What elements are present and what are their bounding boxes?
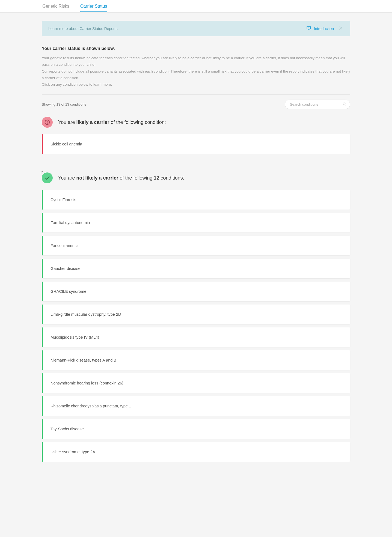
close-icon[interactable] (338, 26, 344, 31)
warning-icon (42, 117, 53, 128)
search-input[interactable] (285, 100, 350, 109)
section-likely-text: You are likely a carrier of the followin… (58, 120, 166, 125)
condition-card[interactable]: Familial dysautonomia (42, 213, 350, 232)
condition-card[interactable]: Fanconi anemia (42, 236, 350, 255)
condition-card[interactable]: Nonsyndromic hearing loss (connexin 26) (42, 373, 350, 393)
list-header: Showing 13 of 13 conditions (42, 100, 350, 109)
info-banner: Learn more about Carrier Status Reports … (42, 21, 350, 36)
description-p2: Our reports do not include all possible … (42, 68, 350, 82)
description-title: Your carrier status is shown below. (42, 46, 350, 51)
description-block: Your carrier status is shown below. Your… (42, 46, 350, 88)
section-notlikely-text: You are not likely a carrier of the foll… (58, 175, 184, 181)
tab-carrier-status[interactable]: Carrier Status (80, 0, 107, 12)
introduction-label: Introduction (314, 26, 334, 31)
section-likely-heading: You are likely a carrier of the followin… (42, 117, 350, 128)
svg-point-3 (47, 124, 47, 124)
checkmark-icon (42, 172, 53, 183)
likely-conditions-list: Sickle cell anemia (42, 134, 350, 154)
tab-genetic-risks[interactable]: Genetic Risks (42, 0, 69, 12)
condition-card[interactable]: Niemann-Pick disease, types A and B (42, 350, 350, 370)
condition-card[interactable]: Gaucher disease (42, 259, 350, 278)
condition-card[interactable]: Cystic Fibrosis (42, 190, 350, 210)
description-p3: Click on any condition below to learn mo… (42, 81, 350, 88)
condition-card[interactable]: Limb-girdle muscular dystrophy, type 2D (42, 305, 350, 324)
notlikely-conditions-list: Cystic FibrosisFamilial dysautonomiaFanc… (42, 190, 350, 462)
divider (42, 94, 350, 95)
section-notlikely-heading: You are not likely a carrier of the foll… (42, 172, 350, 183)
condition-card[interactable]: GRACILE syndrome (42, 282, 350, 301)
presentation-icon (306, 26, 311, 31)
condition-card[interactable]: Sickle cell anemia (42, 134, 350, 154)
search-wrap (285, 100, 350, 109)
info-banner-text: Learn more about Carrier Status Reports (48, 26, 118, 31)
description-p1: Your genetic results below indicate for … (42, 55, 350, 68)
condition-card[interactable]: Tay-Sachs disease (42, 419, 350, 439)
condition-card[interactable]: Rhizomelic chondrodysplasia punctata, ty… (42, 396, 350, 416)
condition-card[interactable]: Mucolipidosis type IV (ML4) (42, 327, 350, 347)
tab-bar: Genetic Risks Carrier Status (0, 0, 392, 13)
introduction-link[interactable]: Introduction (306, 26, 334, 31)
condition-card[interactable]: Usher syndrome, type 2A (42, 442, 350, 462)
condition-count: Showing 13 of 13 conditions (42, 102, 86, 106)
